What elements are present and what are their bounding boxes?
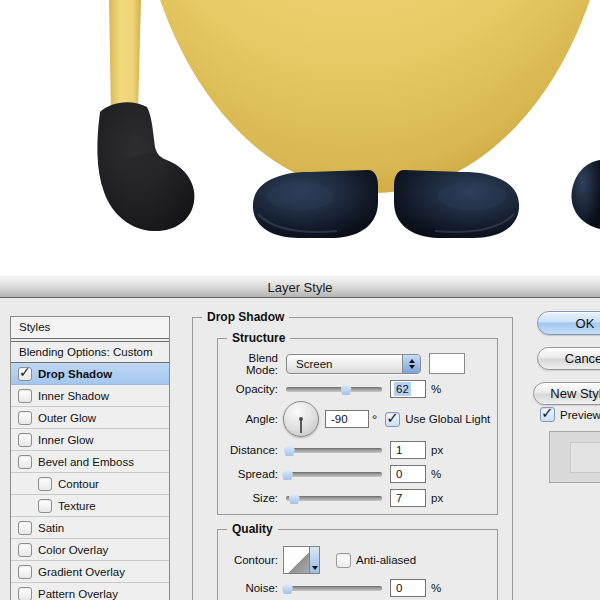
slider-track [286, 472, 382, 477]
slider-thumb[interactable] [284, 444, 295, 456]
style-item-label: Pattern Overlay [38, 588, 118, 600]
use-global-light-label: Use Global Light [405, 413, 490, 425]
style-item-bevel-and-emboss[interactable]: Bevel and Emboss [11, 451, 169, 473]
document-canvas [0, 0, 600, 277]
style-item-drop-shadow[interactable]: Drop Shadow [11, 363, 169, 385]
style-item-color-overlay[interactable]: Color Overlay [11, 539, 169, 561]
style-item-texture[interactable]: Texture [11, 495, 169, 517]
style-preview-thumbnail [570, 442, 600, 473]
size-field[interactable]: 7 [390, 489, 426, 507]
noise-label: Noise: [218, 582, 278, 594]
style-item-checkbox[interactable] [18, 433, 32, 447]
anti-aliased-label: Anti-aliased [356, 554, 416, 566]
dialog-titlebar[interactable]: Layer Style [0, 276, 600, 298]
distance-field[interactable]: 1 [390, 441, 426, 459]
spread-slider[interactable] [286, 467, 382, 481]
preview-label: Preview [560, 409, 600, 421]
anti-aliased-checkbox[interactable] [336, 553, 351, 568]
style-item-label: Texture [58, 500, 96, 512]
slider-track [286, 387, 382, 392]
spread-unit: % [431, 468, 441, 480]
style-item-checkbox[interactable] [38, 499, 52, 513]
style-preview-swatch [549, 431, 600, 483]
character-glove-knuckle [124, 154, 168, 186]
drop-shadow-legend: Drop Shadow [202, 310, 289, 324]
style-item-label: Gradient Overlay [38, 566, 125, 578]
style-item-inner-glow[interactable]: Inner Glow [11, 429, 169, 451]
style-item-label: Outer Glow [38, 412, 96, 424]
contour-label: Contour: [218, 554, 278, 566]
style-item-inner-shadow[interactable]: Inner Shadow [11, 385, 169, 407]
structure-legend: Structure [227, 331, 290, 345]
dropdown-stepper-icon [402, 355, 420, 373]
style-item-label: Bevel and Emboss [38, 456, 134, 468]
style-item-label: Inner Shadow [38, 390, 109, 402]
contour-dropdown-arrow-icon[interactable] [309, 547, 319, 573]
blend-mode-label: Blend Mode: [218, 352, 278, 376]
angle-label: Angle: [218, 413, 278, 425]
slider-track [286, 448, 382, 453]
style-item-checkbox[interactable] [38, 477, 52, 491]
slider-track [286, 496, 382, 501]
size-unit: px [431, 492, 443, 504]
spread-label: Spread: [218, 468, 278, 480]
spread-field[interactable]: 0 [390, 465, 426, 483]
style-item-outer-glow[interactable]: Outer Glow [11, 407, 169, 429]
quality-groupbox: Quality Contour: Anti-aliased Noise: [217, 529, 498, 600]
use-global-light-checkbox[interactable] [385, 412, 400, 427]
slider-thumb[interactable] [341, 383, 352, 395]
style-item-label: Color Overlay [38, 544, 108, 556]
style-item-checkbox[interactable] [18, 367, 32, 381]
angle-dial[interactable] [283, 401, 319, 437]
style-item-checkbox[interactable] [18, 521, 32, 535]
drop-shadow-groupbox: Drop Shadow Structure Blend Mode: Screen… [192, 317, 513, 600]
blend-mode-dropdown[interactable]: Screen [286, 354, 421, 374]
dialog-title: Layer Style [267, 280, 332, 295]
angle-dial-needle [300, 419, 302, 433]
distance-slider[interactable] [286, 443, 382, 457]
cancel-button[interactable]: Cancel [537, 347, 600, 370]
style-item-checkbox[interactable] [18, 543, 32, 557]
shadow-color-swatch[interactable] [429, 353, 465, 374]
opacity-label: Opacity: [218, 383, 278, 395]
character-left-shoe [253, 170, 378, 238]
size-slider[interactable] [286, 491, 382, 505]
angle-unit: ° [372, 412, 377, 427]
blending-options-item[interactable]: Blending Options: Custom [11, 342, 169, 363]
style-item-satin[interactable]: Satin [11, 517, 169, 539]
noise-slider[interactable] [286, 581, 382, 595]
style-item-label: Drop Shadow [38, 368, 112, 380]
contour-picker[interactable] [283, 546, 320, 574]
character-edge-shoe [572, 160, 600, 229]
slider-thumb[interactable] [282, 468, 293, 480]
style-item-checkbox[interactable] [18, 587, 32, 600]
style-item-pattern-overlay[interactable]: Pattern Overlay [11, 583, 169, 600]
structure-groupbox: Structure Blend Mode: Screen Opacity: [217, 338, 498, 515]
opacity-field[interactable]: 62 [390, 380, 426, 398]
noise-field[interactable]: 0 [390, 579, 426, 597]
quality-legend: Quality [227, 522, 278, 536]
angle-dial-center-dot [299, 417, 303, 421]
slider-track [286, 586, 382, 591]
style-item-gradient-overlay[interactable]: Gradient Overlay [11, 561, 169, 583]
style-item-checkbox[interactable] [18, 389, 32, 403]
style-item-contour[interactable]: Contour [11, 473, 169, 495]
opacity-slider[interactable] [286, 382, 382, 396]
size-label: Size: [218, 492, 278, 504]
slider-thumb[interactable] [289, 492, 300, 504]
style-item-checkbox[interactable] [18, 565, 32, 579]
style-item-checkbox[interactable] [18, 455, 32, 469]
styles-panel: Styles Blending Options: Custom Drop Sha… [10, 316, 170, 600]
new-style-button[interactable]: New Style... [533, 382, 600, 405]
style-item-label: Inner Glow [38, 434, 94, 446]
slider-thumb[interactable] [282, 582, 293, 594]
preview-option: Preview [540, 407, 600, 422]
blend-mode-value: Screen [296, 358, 332, 370]
noise-unit: % [431, 582, 441, 594]
angle-field[interactable]: -90 [325, 410, 369, 428]
styles-list: Drop ShadowInner ShadowOuter GlowInner G… [11, 363, 169, 600]
preview-checkbox[interactable] [540, 407, 555, 422]
ok-button[interactable]: OK [537, 311, 600, 335]
styles-panel-header: Styles [11, 317, 169, 339]
style-item-checkbox[interactable] [18, 411, 32, 425]
